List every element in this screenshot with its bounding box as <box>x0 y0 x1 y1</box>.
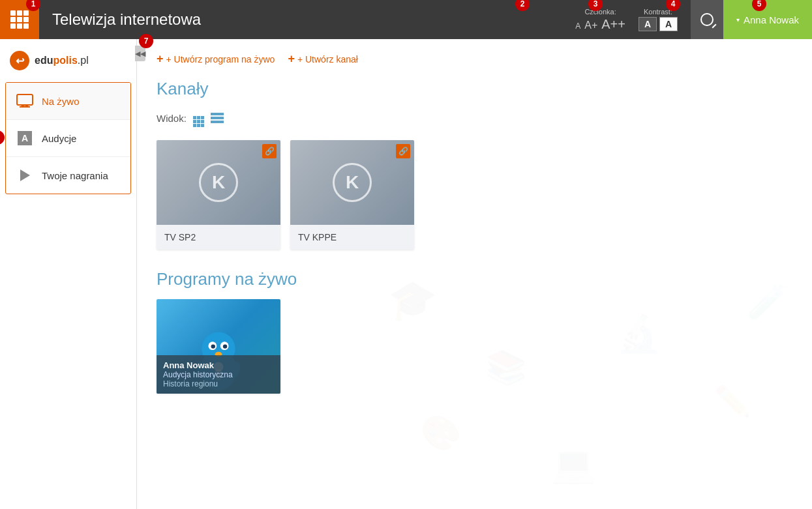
list-view-icon <box>211 113 224 123</box>
sidebar-logo: ↩ edupolis.pl <box>0 39 136 82</box>
contrast-dark-button[interactable]: A <box>639 17 657 31</box>
channel-thumb-tv-sp2: K 🔗 <box>157 140 280 225</box>
user-dropdown-arrow: ▾ <box>736 16 740 23</box>
channel-card-tv-kppe[interactable]: K 🔗 TV KPPE <box>290 140 414 250</box>
plus-icon-program: + <box>157 52 164 66</box>
tv-icon <box>16 92 34 110</box>
channel-info-tv-sp2: TV SP2 <box>157 225 280 250</box>
create-channel-label: + Utwórz kanał <box>297 54 358 65</box>
channel-info-tv-kppe: TV KPPE <box>290 225 414 250</box>
channels-grid: K 🔗 TV SP2 K 🔗 TV KPPE <box>157 140 792 250</box>
font-size-controls: Czcionka: A A+ A++ <box>575 8 625 32</box>
channel-card-tv-sp2[interactable]: K 🔗 TV SP2 <box>157 140 280 250</box>
search-icon <box>700 13 714 26</box>
annotation-badge-6: 6 <box>0 130 5 145</box>
grid-view-button[interactable] <box>193 109 204 127</box>
main-layout: 6 7 ◀◀ ↩ edupolis.pl <box>0 39 812 509</box>
channel-name-tv-sp2: TV SP2 <box>164 232 196 242</box>
live-card-overlay: Anna Nowak Audycja historyczna Historia … <box>157 355 280 394</box>
channel-thumb-tv-kppe: K 🔗 <box>290 140 414 225</box>
sidebar-item-twoje-nagrania[interactable]: Twoje nagrania <box>6 157 130 194</box>
page-title: Telewizja internetowa <box>39 10 575 29</box>
grid-view-icon <box>193 116 204 127</box>
search-button[interactable] <box>691 0 723 39</box>
svg-rect-0 <box>17 95 33 105</box>
create-program-label: + Utwórz program na żywo <box>166 54 275 65</box>
user-name: Anna Nowak <box>744 14 799 25</box>
audycje-icon: A <box>16 129 34 147</box>
header: Telewizja internetowa Czcionka: A A+ A++… <box>0 0 812 39</box>
live-card-anna-nowak[interactable]: Anna Nowak Audycja historyczna Historia … <box>157 299 280 394</box>
contrast-buttons: A A <box>639 17 678 31</box>
live-programs-grid: Anna Nowak Audycja historyczna Historia … <box>157 299 792 394</box>
grid-icon <box>10 10 29 29</box>
main-content: 🎓 📚 🔬 ✏️ 🎨 💻 🧪 + + Utwórz program na żyw… <box>137 39 812 509</box>
create-program-link[interactable]: + + Utwórz program na żywo <box>157 52 275 66</box>
svg-point-16 <box>223 344 227 348</box>
sidebar: 6 7 ◀◀ ↩ edupolis.pl <box>0 39 137 509</box>
sidebar-label-nagrania: Twoje nagrania <box>42 170 108 181</box>
contrast-controls: Kontrast: A A <box>639 8 678 31</box>
user-menu-button[interactable]: ▾ Anna Nowak <box>723 0 812 39</box>
svg-point-15 <box>211 344 215 348</box>
channel-initial-tv-kppe: K <box>333 163 372 202</box>
create-channel-link[interactable]: + + Utwórz kanał <box>288 52 358 66</box>
logo-polis: polis <box>53 55 77 66</box>
font-large-button[interactable]: A++ <box>601 17 625 32</box>
live-card-subtitle: Audycja historyczna <box>163 370 274 379</box>
svg-text:💻: 💻 <box>551 443 596 486</box>
sidebar-label-audycje: Audycje <box>42 133 76 144</box>
collapse-icon: ◀◀ <box>135 50 145 58</box>
play-icon <box>16 166 34 184</box>
plus-icon-channel: + <box>288 52 295 66</box>
contrast-light-button[interactable]: A <box>659 17 678 31</box>
channel-initial-tv-sp2: K <box>199 163 238 202</box>
annotation-badge-7: 7 <box>139 34 153 48</box>
logo-edu: edu <box>35 55 53 66</box>
channel-link-icon-tv-kppe: 🔗 <box>396 144 410 158</box>
sidebar-menu: Na żywo A Audycje Twoje nagrania <box>5 82 131 194</box>
list-view-button[interactable] <box>211 113 224 123</box>
font-buttons: A A+ A++ <box>575 17 625 32</box>
live-card-subtitle2: Historia regionu <box>163 379 274 388</box>
channel-link-icon-tv-sp2: 🔗 <box>262 144 277 158</box>
logo-text: edupolis.pl <box>35 55 89 66</box>
content-actions: + + Utwórz program na żywo + + Utwórz ka… <box>157 52 792 66</box>
channel-name-tv-kppe: TV KPPE <box>298 232 337 242</box>
font-small-button[interactable]: A <box>575 22 580 31</box>
logo-pl: .pl <box>78 55 89 66</box>
live-card-user: Anna Nowak <box>163 360 274 370</box>
sidebar-item-audycje[interactable]: A Audycje <box>6 120 130 157</box>
svg-text:🎨: 🎨 <box>421 413 462 452</box>
live-card-thumb: Anna Nowak Audycja historyczna Historia … <box>157 299 280 394</box>
sidebar-item-na-zywo[interactable]: Na żywo <box>6 83 130 120</box>
live-programs-title: Programy na żywo <box>157 269 792 289</box>
sidebar-label-na-zywo: Na żywo <box>42 96 80 107</box>
view-label: Widok: <box>157 113 187 124</box>
view-controls: Widok: <box>157 109 792 127</box>
font-medium-button[interactable]: A+ <box>584 20 597 31</box>
logo-icon: ↩ <box>10 51 29 70</box>
channels-title: Kanały <box>157 79 792 99</box>
